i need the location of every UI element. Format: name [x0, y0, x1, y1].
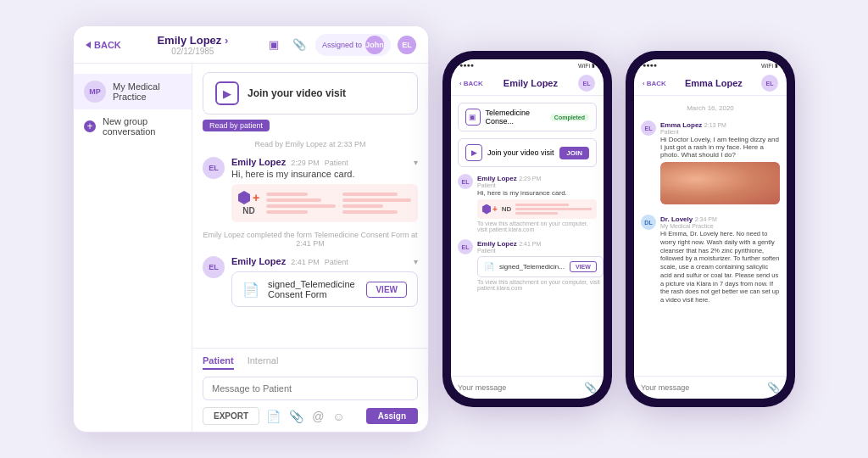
compose-emoji-icon[interactable]: ☺: [332, 410, 344, 423]
phone-1: ●●●● WiFi ▮ ‹ BACK Emily Lopez EL ▣ Tele…: [442, 51, 612, 407]
msg1-avatar: EL: [203, 157, 225, 179]
phone-1-ins-line-2: [515, 208, 592, 210]
phone-1-back-chevron: ‹: [459, 80, 462, 87]
date-divider: March 16, 2020: [641, 104, 780, 112]
patient-name[interactable]: Emily Lopez ›: [157, 34, 228, 47]
msg1-time: 2:29 PM: [291, 159, 320, 167]
phone-1-msg-row-1: EL Emily Lopez 2:29 PM Patient Hi, here …: [458, 174, 597, 232]
phone-2-screen: ●●●● WiFi ▮ ‹ BACK Emma Lopez EL March 1…: [634, 59, 787, 399]
assigned-avatar: John: [365, 36, 384, 54]
ins-line-1: [266, 193, 308, 196]
ins-line-6: [342, 198, 411, 202]
phone-1-msg1-avatar: EL: [458, 174, 473, 189]
sidebar-item-practice[interactable]: MP My Medical Practice: [74, 74, 192, 109]
message-row-2: EL Emily Lopez 2:41 PM Patient ▾ 📄 signe…: [203, 256, 418, 307]
paperclip-icon[interactable]: 📎: [290, 36, 309, 54]
phone-1-signal: ●●●●: [459, 62, 474, 68]
phone-1-telemedicine-label: Telemedicine Conse...: [486, 109, 550, 126]
export-button[interactable]: EXPORT: [203, 407, 259, 425]
phone-2-dr-time: 2:34 PM: [695, 216, 717, 222]
phone-1-avatar: EL: [578, 75, 595, 92]
phone-2-patient-avatar: EL: [641, 120, 656, 136]
msg1-expand[interactable]: ▾: [414, 158, 418, 167]
phone-1-sub-text-2: To view this attachment on your computer…: [477, 279, 604, 291]
phone-1-back-label: BACK: [464, 80, 483, 87]
msg1-role: Patient: [325, 159, 348, 167]
video-card[interactable]: ▶ Join your video visit: [203, 72, 418, 114]
practice-avatar: MP: [84, 81, 106, 103]
ins-line-2: [266, 198, 321, 202]
phone-1-msg1-text: Hi, here is my insurance card.: [477, 189, 597, 197]
phone-2-dr-name: Dr. Lovely: [660, 215, 693, 223]
phone-1-join-button[interactable]: JOIN: [559, 147, 589, 159]
insurance-logo: + ND: [238, 191, 259, 215]
phone-1-video-icon: ▶: [465, 144, 482, 161]
phone-1-telemedicine-card: ▣ Telemedicine Conse... Completed: [458, 103, 597, 131]
completed-badge: Completed: [550, 114, 589, 121]
compose-footer: EXPORT 📄 📎 @ ☺ Assign: [203, 407, 418, 425]
plus-icon: +: [84, 120, 96, 132]
wifi-icon: WiFi: [578, 63, 590, 69]
system-message: Emily Lopez completed the form Telemedic…: [203, 231, 418, 248]
file-icon: 📄: [242, 282, 259, 298]
phone-1-view-button[interactable]: VIEW: [570, 261, 597, 272]
phone-2-attach-icon[interactable]: 📎: [767, 382, 780, 394]
assign-button[interactable]: Assign: [366, 408, 418, 424]
msg2-role: Patient: [325, 258, 348, 266]
phone-1-video-left: ▶ Join your video visit: [465, 144, 554, 161]
phone-1-msg1-time: 2:29 PM: [519, 176, 541, 182]
phone-2-avatar: EL: [761, 75, 778, 92]
phone-1-msg2-time: 2:41 PM: [519, 241, 541, 247]
msg2-avatar: EL: [203, 256, 225, 278]
phone-2-signal: ●●●●: [643, 62, 657, 68]
sidebar-new-group-label: New group conversation: [103, 116, 181, 137]
phone-2-compose: 📎: [634, 376, 787, 399]
ins-line-3: [266, 204, 335, 208]
phone-1-telemedicine-icon: ▣: [465, 109, 481, 126]
back-button[interactable]: BACK: [86, 40, 121, 50]
sidebar-item-new-group[interactable]: + New group conversation: [74, 109, 192, 143]
phone-2-patient-role: Patient: [660, 129, 780, 135]
skin-texture: [660, 162, 780, 204]
phone-1-msg1-name: Emily Lopez: [477, 175, 517, 182]
phone-1-video-card: ▶ Join your video visit JOIN: [458, 138, 597, 167]
phone-1-compose-input[interactable]: [458, 383, 579, 392]
video-icon[interactable]: ▣: [264, 36, 283, 54]
read-badge: Read by patient: [203, 120, 270, 131]
phone-2-compose-input[interactable]: [641, 383, 762, 392]
compose-file-icon[interactable]: 📄: [266, 410, 281, 423]
compose-area: Patient Internal EXPORT 📄 📎 @ ☺ Ass: [192, 348, 428, 432]
msg1-name: Emily Lopez: [231, 157, 286, 167]
phone-1-msg-row-2: EL Emily Lopez 2:41 PM Patient 📄 signed_…: [458, 239, 597, 291]
chat-area: ▶ Join your video visit Read by patient …: [192, 64, 428, 432]
tab-patient[interactable]: Patient: [203, 355, 234, 370]
compose-paperclip-icon[interactable]: 📎: [289, 410, 303, 423]
compose-at-icon[interactable]: @: [312, 410, 324, 423]
phone-2-messages: March 16, 2020 EL Emma Lopez 2:13 PM Pat…: [634, 96, 787, 376]
phone-1-back-button[interactable]: ‹ BACK: [459, 80, 483, 87]
compose-tabs: Patient Internal: [203, 355, 418, 370]
phone-1-ins-line-3: [515, 212, 557, 215]
skin-photo: [660, 162, 780, 204]
user-avatar[interactable]: EL: [398, 36, 416, 54]
phone-2-back-chevron: ‹: [643, 80, 645, 87]
name-arrow: ›: [225, 34, 228, 47]
insurance-lines: [266, 193, 335, 214]
ins-line-7: [342, 204, 384, 208]
phone-2-patient-name: Emma Lopez: [660, 121, 702, 129]
tab-internal[interactable]: Internal: [248, 355, 279, 370]
msg2-expand[interactable]: ▾: [414, 257, 418, 266]
phone-1-ins-line-1: [515, 204, 569, 206]
phone-2-back-button[interactable]: ‹ BACK: [643, 80, 666, 87]
phone-2-dr-text: Hi Emma, Dr. Lovely here. No need to wor…: [660, 230, 780, 304]
phone-2-dr-avatar: DL: [641, 215, 656, 230]
phone-2-dr-content: Dr. Lovely 2:34 PM My Medical Practice H…: [660, 215, 780, 304]
back-label: BACK: [94, 40, 121, 50]
view-button[interactable]: VIEW: [366, 282, 407, 298]
desktop-header: BACK Emily Lopez › 02/12/1985 ▣ 📎 Assign…: [74, 26, 428, 64]
phone-1-video-label: Join your video visit: [487, 148, 554, 157]
file-name: signed_Telemedicine Consent Form: [268, 279, 358, 299]
phone-1-msg2-avatar: EL: [458, 239, 473, 254]
compose-input[interactable]: [203, 377, 418, 400]
phone-1-attach-icon[interactable]: 📎: [584, 382, 597, 394]
